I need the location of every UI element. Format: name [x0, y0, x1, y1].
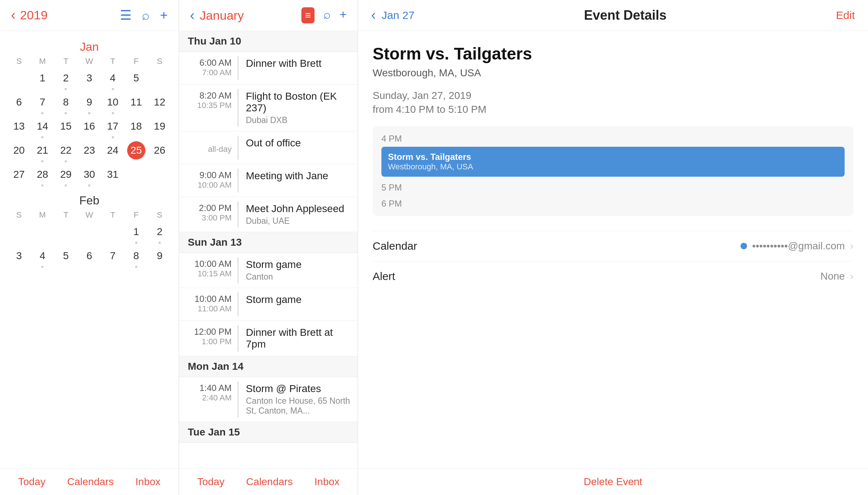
- day-cell[interactable]: 19: [148, 116, 171, 140]
- mini-timeline: 4 PM Storm vs. Tailgaters Westborough, M…: [373, 126, 853, 216]
- event-storm-pirates[interactable]: 1:40 AM 2:40 AM Storm @ Pirates Canton I…: [179, 377, 358, 422]
- day-cell[interactable]: 7: [101, 245, 125, 269]
- event-list: Thu Jan 10 6:00 AM 7:00 AM Dinner with B…: [179, 31, 358, 468]
- day-cell[interactable]: 23: [77, 140, 101, 164]
- search-icon[interactable]: ⌕: [142, 8, 150, 23]
- day-cell[interactable]: 4: [31, 245, 54, 269]
- event-out-of-office[interactable]: all-day Out of office: [179, 131, 358, 164]
- day-cell[interactable]: 30: [77, 164, 101, 188]
- day-cell[interactable]: 5: [125, 68, 148, 92]
- day-cell[interactable]: 14: [31, 116, 54, 140]
- timeline-event-block[interactable]: Storm vs. Tailgaters Westborough, MA, US…: [381, 147, 845, 177]
- day-cell[interactable]: 27: [7, 164, 31, 188]
- day-cell[interactable]: 9: [148, 245, 171, 269]
- event-title: Storm game: [246, 294, 352, 306]
- day-cell[interactable]: 17: [101, 116, 125, 140]
- day-cell[interactable]: 12: [148, 92, 171, 116]
- event-main-location: Westborough, MA, USA: [373, 67, 853, 79]
- day-cell[interactable]: [7, 68, 31, 92]
- day-cell[interactable]: 26: [148, 140, 171, 164]
- day-cell[interactable]: 6: [7, 92, 31, 116]
- event-subtitle: Dubai, UAE: [246, 216, 352, 226]
- day-cell[interactable]: 11: [125, 92, 148, 116]
- calendars-button[interactable]: Calendars: [67, 476, 114, 488]
- search-icon[interactable]: ⌕: [323, 7, 331, 23]
- day-cell[interactable]: 24: [101, 140, 125, 164]
- alert-value: None ›: [821, 270, 853, 282]
- right-header-left: ‹ Jan 27: [371, 7, 415, 23]
- day-cell[interactable]: 1: [31, 68, 54, 92]
- today-button[interactable]: Today: [18, 476, 46, 488]
- event-storm-game-canton[interactable]: 10:00 AM 10:15 AM Storm game Canton: [179, 253, 358, 288]
- alert-none: None: [821, 270, 845, 282]
- day-cell[interactable]: 16: [77, 116, 101, 140]
- date-header-jan15: Tue Jan 15: [179, 422, 358, 443]
- middle-header-left: ‹ January: [190, 8, 244, 23]
- list-icon[interactable]: ☰: [120, 8, 132, 23]
- event-flight-boston[interactable]: 8:20 AM 10:35 PM Flight to Boston (EK 23…: [179, 85, 358, 131]
- day-cell[interactable]: 3: [77, 68, 101, 92]
- left-panel: ‹ 2019 ☰ ⌕ + Jan S M T W T F S 1 2 3 4 5: [0, 0, 179, 495]
- day-cell[interactable]: 4: [101, 68, 125, 92]
- inbox-button-mid[interactable]: Inbox: [315, 476, 340, 488]
- month-jan-label: Jan: [7, 40, 171, 54]
- chevron-right-icon: ›: [850, 270, 853, 282]
- day-cell[interactable]: 1: [125, 221, 148, 245]
- event-title: Storm game: [246, 259, 352, 270]
- day-cell[interactable]: 13: [7, 116, 31, 140]
- day-cell[interactable]: 2: [148, 221, 171, 245]
- day-cell: [125, 164, 148, 188]
- edit-button[interactable]: Edit: [836, 9, 855, 22]
- day-cell[interactable]: 2: [54, 68, 77, 92]
- day-headers-feb: S M T W T F S: [7, 210, 171, 220]
- today-button-mid[interactable]: Today: [197, 476, 225, 488]
- day-cell[interactable]: 18: [125, 116, 148, 140]
- alert-row[interactable]: Alert None ›: [373, 261, 853, 291]
- day-cell[interactable]: 6: [77, 245, 101, 269]
- right-header: ‹ Jan 27 Event Details Edit: [358, 0, 868, 31]
- inbox-button[interactable]: Inbox: [136, 476, 161, 488]
- middle-header: ‹ January ≡ ⌕ +: [179, 0, 358, 31]
- day-cell[interactable]: 3: [7, 245, 31, 269]
- back-arrow-icon[interactable]: ‹: [11, 7, 16, 23]
- add-icon[interactable]: +: [160, 8, 168, 23]
- day-cell[interactable]: 10: [101, 92, 125, 116]
- calendars-button-mid[interactable]: Calendars: [246, 476, 293, 488]
- left-header-icons: ☰ ⌕ +: [120, 8, 168, 23]
- list-view-icon[interactable]: ≡: [301, 7, 315, 23]
- event-dinner-brett-7pm[interactable]: 12:00 PM 1:00 PM Dinner with Brett at 7p…: [179, 321, 358, 356]
- day-cell[interactable]: [148, 68, 171, 92]
- day-cell[interactable]: 9: [77, 92, 101, 116]
- right-back-arrow[interactable]: ‹: [371, 7, 376, 23]
- add-event-icon[interactable]: +: [339, 7, 347, 23]
- day-cell[interactable]: 28: [31, 164, 54, 188]
- day-cell[interactable]: 31: [101, 164, 125, 188]
- calendar-row[interactable]: Calendar ••••••••••@gmail.com ›: [373, 231, 853, 261]
- day-cell[interactable]: 7: [31, 92, 54, 116]
- year-nav[interactable]: ‹ 2019: [11, 7, 47, 23]
- day-cell[interactable]: 22: [54, 140, 77, 164]
- day-cell[interactable]: 5: [54, 245, 77, 269]
- day-cell: [148, 164, 171, 188]
- delete-event-button[interactable]: Delete Event: [584, 476, 642, 488]
- event-title: Storm @ Pirates: [246, 383, 352, 395]
- date-header-jan14: Mon Jan 14: [179, 356, 358, 377]
- day-cell[interactable]: 20: [7, 140, 31, 164]
- day-cell[interactable]: 25: [125, 140, 148, 164]
- day-cell[interactable]: 21: [31, 140, 54, 164]
- middle-back-arrow[interactable]: ‹: [190, 8, 195, 23]
- event-title: Dinner with Brett at 7pm: [246, 327, 352, 350]
- event-storm-game[interactable]: 10:00 AM 11:00 AM Storm game: [179, 288, 358, 321]
- day-cell[interactable]: 15: [54, 116, 77, 140]
- event-dinner-brett[interactable]: 6:00 AM 7:00 AM Dinner with Brett: [179, 52, 358, 85]
- day-cell[interactable]: 29: [54, 164, 77, 188]
- event-meet-john[interactable]: 2:00 PM 3:00 PM Meet John Appleseed Duba…: [179, 197, 358, 232]
- calendar-value: ••••••••••@gmail.com ›: [741, 240, 853, 252]
- day-cell: [54, 221, 77, 245]
- timeline-event-title: Storm vs. Tailgaters: [388, 152, 838, 162]
- day-cell[interactable]: 8: [125, 245, 148, 269]
- alert-label: Alert: [373, 270, 395, 283]
- event-meeting-jane[interactable]: 9:00 AM 10:00 AM Meeting with Jane: [179, 164, 358, 197]
- day-cell[interactable]: 8: [54, 92, 77, 116]
- left-footer: Today Calendars Inbox: [0, 468, 179, 495]
